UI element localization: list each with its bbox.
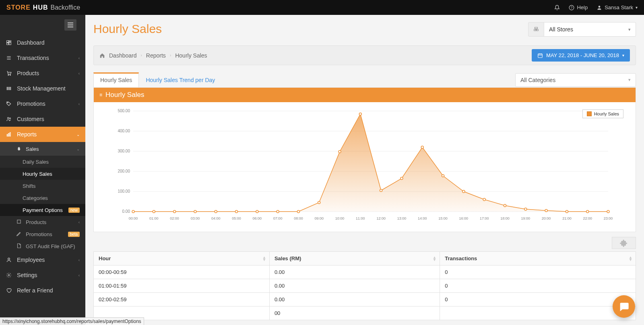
svg-point-68 [607, 210, 609, 213]
dollar-icon: $ [16, 146, 22, 152]
sidebar-item-customers[interactable]: Customers [0, 111, 85, 127]
table-header[interactable]: Transactions▴▾ [440, 252, 636, 265]
svg-text:100.00: 100.00 [118, 189, 130, 193]
sidebar-item-products[interactable]: Products‹ [0, 66, 85, 81]
sidebar-leaf-shifts[interactable]: Shifts [0, 180, 85, 192]
sidebar-sub-promotions[interactable]: Promotionsbeta [0, 228, 85, 240]
svg-point-65 [545, 210, 547, 212]
svg-text:0.00: 0.00 [122, 209, 130, 214]
svg-text:04:00: 04:00 [211, 216, 221, 220]
brand-logo[interactable]: STOREHUB Backoffice [6, 4, 80, 11]
breadcrumb-item[interactable]: Reports [146, 52, 166, 59]
gear-icon [6, 272, 12, 278]
table-cell: 0.00 [269, 293, 440, 306]
sidebar-collapse-button[interactable] [64, 19, 76, 31]
chevron-left-icon: ‹ [78, 102, 80, 106]
pencil-icon [16, 231, 22, 238]
store-selector[interactable]: All Stores ▾ [528, 22, 636, 37]
svg-point-7 [10, 75, 11, 76]
svg-text:20:00: 20:00 [542, 216, 551, 220]
chevron-left-icon: ‹ [78, 71, 80, 76]
calendar-icon [537, 53, 543, 58]
sidebar-item-stock-management[interactable]: Stock Management [0, 81, 85, 96]
svg-text:02:00: 02:00 [170, 216, 179, 220]
svg-point-67 [586, 210, 589, 213]
sidebar-item-label: Employees [17, 257, 45, 263]
sidebar-toggle-row [0, 15, 85, 35]
sidebar-item-dashboard[interactable]: Dashboard [0, 35, 85, 50]
sidebar-leaf-categories[interactable]: Categories [0, 192, 85, 204]
table-header[interactable]: Sales (RM)▴▾ [269, 252, 440, 265]
chevron-left-icon: ‹ [78, 220, 80, 224]
table-header[interactable]: Hour▴▾ [94, 252, 270, 265]
tab-hourly-trend[interactable]: Hourly Sales Trend per Day [139, 72, 222, 87]
sidebar-sub-gst[interactable]: GST Audit File (GAF) [0, 240, 85, 252]
svg-text:09:00: 09:00 [314, 216, 324, 220]
table-cell: 00:00-00:59 [94, 265, 270, 279]
sidebar-sub-sales[interactable]: $Sales⌄ [0, 142, 85, 156]
notifications-button[interactable] [554, 5, 560, 10]
chevron-down-icon: ⌄ [76, 132, 80, 137]
sidebar-item-reports[interactable]: Reports⌄ [0, 127, 85, 142]
help-button[interactable]: ? Help [569, 4, 588, 10]
svg-point-46 [153, 210, 155, 213]
hourly-sales-chart: 0.00100.00200.00300.00400.00500.0000:000… [100, 107, 629, 224]
brand-strong: STORE [6, 4, 31, 11]
puzzle-icon [620, 239, 628, 247]
sidebar-item-settings[interactable]: Settings‹ [0, 267, 85, 283]
table-cell: 0.00 [269, 265, 440, 279]
sidebar-item-label: Products [17, 70, 39, 76]
svg-text:14:00: 14:00 [418, 216, 427, 220]
sidebar-item-employees[interactable]: Employees‹ [0, 252, 85, 267]
topbar: STOREHUB Backoffice ? Help Sansa Stark ▾ [0, 0, 644, 15]
sidebar-item-label: Settings [17, 272, 37, 278]
box-icon [16, 219, 22, 226]
tab-hourly-sales[interactable]: Hourly Sales [93, 72, 139, 87]
badge-beta: beta [68, 232, 80, 237]
svg-rect-17 [7, 134, 8, 136]
svg-point-6 [8, 75, 9, 76]
sidebar-sub-products[interactable]: Products‹ [0, 216, 85, 228]
user-menu[interactable]: Sansa Stark ▾ [597, 4, 638, 10]
svg-text:23:00: 23:00 [604, 216, 613, 220]
category-filter[interactable]: All Categories ▾ [515, 73, 636, 87]
export-button[interactable] [612, 237, 636, 249]
store-icon [528, 22, 544, 37]
tab-list: Hourly Sales Hourly Sales Trend per Day [93, 72, 222, 87]
chevron-down-icon: ▾ [628, 27, 631, 32]
sidebar-item-refer-a-friend[interactable]: Refer a Friend [0, 283, 85, 298]
svg-text:12:00: 12:00 [376, 216, 386, 220]
svg-text:01:00: 01:00 [149, 216, 159, 220]
sidebar-item-label: Reports [17, 131, 37, 138]
table-cell: 0.00 [269, 279, 440, 293]
chat-launcher[interactable] [613, 295, 635, 318]
help-icon: ? [569, 5, 574, 10]
sidebar-leaf-payment-options[interactable]: Payment Optionsnew [0, 204, 85, 216]
chart-title: Hourly Sales [105, 91, 144, 99]
status-bar-url: https://xinyichong.storehubhq.com/report… [0, 317, 144, 325]
svg-text:$: $ [18, 146, 20, 150]
svg-text:21:00: 21:00 [562, 216, 572, 220]
svg-point-62 [483, 198, 485, 201]
dashboard-icon [6, 40, 12, 45]
date-range-picker[interactable]: MAY 22, 2018 - JUNE 20, 2018 ▾ [532, 49, 630, 62]
sidebar-item-promotions[interactable]: Promotions‹ [0, 96, 85, 111]
svg-point-52 [277, 210, 279, 213]
help-label: Help [577, 4, 588, 10]
svg-text:?: ? [571, 6, 573, 9]
user-icon [597, 5, 602, 10]
svg-point-22 [8, 258, 10, 260]
svg-text:500.00: 500.00 [118, 109, 130, 113]
table-cell: 02:00-02:59 [94, 293, 270, 306]
svg-text:15:00: 15:00 [438, 216, 448, 220]
sidebar-item-label: Dashboard [17, 39, 45, 46]
breadcrumb-item[interactable]: Dashboard [109, 52, 137, 59]
barcode-icon [6, 86, 12, 91]
sidebar-leaf-hourly-sales[interactable]: Hourly Sales [0, 168, 85, 180]
svg-text:19:00: 19:00 [521, 216, 530, 220]
sidebar-item-label: Transactions [17, 55, 49, 61]
sort-icon: ▴▾ [630, 256, 632, 261]
sidebar-leaf-daily-sales[interactable]: Daily Sales [0, 156, 85, 168]
sidebar-item-transactions[interactable]: Transactions‹ [0, 50, 85, 66]
list-icon [6, 55, 12, 61]
